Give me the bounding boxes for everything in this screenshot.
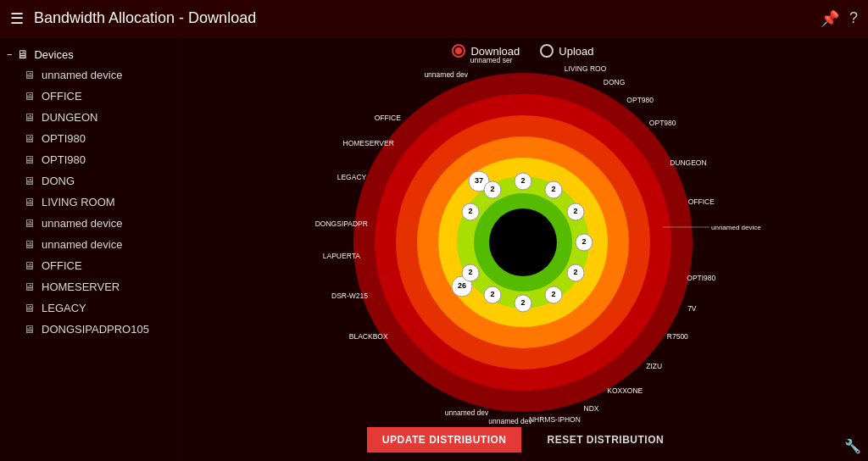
device-icon-5: 🖥 bbox=[24, 175, 35, 187]
svg-text:2: 2 bbox=[490, 185, 494, 193]
sidebar-item-label-3: OPTI980 bbox=[42, 132, 86, 145]
device-icon-10: 🖥 bbox=[24, 280, 35, 293]
sidebar-items: 🖥unnamed device🖥OFFICE🖥DUNGEON🖥OPTI980🖥O… bbox=[0, 64, 177, 340]
label-unnamed-bot1: unnamed dev bbox=[488, 417, 532, 425]
label-dong: DONG bbox=[604, 78, 626, 86]
sidebar-item-3[interactable]: 🖥OPTI980 bbox=[0, 128, 177, 149]
svg-text:2: 2 bbox=[551, 185, 555, 193]
device-icon-11: 🖥 bbox=[24, 302, 35, 314]
pin-icon[interactable]: 📌 bbox=[821, 9, 839, 28]
label-nhrms: NHRMS-IPHON bbox=[529, 415, 581, 424]
svg-text:2: 2 bbox=[468, 268, 472, 276]
label-lapuerta: LAPUERTA bbox=[323, 252, 360, 260]
main-content: Download Upload LIVING ROO bbox=[178, 37, 868, 461]
sidebar-item-5[interactable]: 🖥DONG bbox=[0, 170, 177, 192]
svg-text:2: 2 bbox=[573, 207, 577, 215]
label-unnamed-bot2: unnamed dev bbox=[445, 408, 489, 417]
sidebar-item-label-0: unnamed device bbox=[42, 69, 122, 81]
label-legacy: LEGACY bbox=[337, 173, 367, 181]
devices-folder-icon: 🖥 bbox=[17, 47, 29, 61]
svg-text:2: 2 bbox=[490, 290, 494, 298]
sidebar-item-label-12: DONGSIPADPRO105 bbox=[42, 323, 149, 336]
sidebar-item-label-6: LIVING ROOM bbox=[42, 196, 115, 208]
node-26-label: 26 bbox=[458, 281, 466, 290]
sidebar-item-11[interactable]: 🖥LEGACY bbox=[0, 297, 177, 319]
menu-icon[interactable]: ☰ bbox=[10, 9, 24, 28]
sidebar-item-label-1: OFFICE bbox=[42, 90, 82, 103]
sidebar-section-label: Devices bbox=[34, 48, 73, 61]
device-icon-12: 🖥 bbox=[24, 323, 35, 336]
svg-text:2: 2 bbox=[551, 290, 555, 298]
upload-radio-circle bbox=[540, 44, 554, 58]
sidebar-item-label-7: unnamed device bbox=[42, 217, 122, 230]
label-r7500: R7500 bbox=[667, 332, 688, 341]
chart-svg: LIVING ROO DONG OPT980 OPT980 DUNGEON OF… bbox=[303, 64, 743, 420]
wrench-icon[interactable]: 🔧 bbox=[844, 438, 861, 454]
svg-text:2: 2 bbox=[581, 237, 586, 246]
label-office-left: OFFICE bbox=[375, 114, 401, 122]
label-opti1: OPT980 bbox=[626, 96, 654, 104]
download-radio-label: Download bbox=[470, 45, 520, 58]
sidebar-item-9[interactable]: 🖥OFFICE bbox=[0, 255, 177, 276]
bandwidth-chart: LIVING ROO DONG OPT980 OPT980 DUNGEON OF… bbox=[185, 64, 861, 420]
sidebar-item-8[interactable]: 🖥unnamed device bbox=[0, 234, 177, 255]
collapse-icon: − bbox=[7, 49, 12, 59]
device-icon-9: 🖥 bbox=[24, 259, 35, 272]
main-layout: − 🖥 Devices 🖥unnamed device🖥OFFICE🖥DUNGE… bbox=[0, 37, 868, 461]
label-opti3: OPTI980 bbox=[687, 274, 715, 282]
device-icon-1: 🖥 bbox=[24, 90, 35, 103]
device-icon-6: 🖥 bbox=[24, 196, 35, 208]
sidebar-item-6[interactable]: 🖥LIVING ROOM bbox=[0, 192, 177, 213]
sidebar-item-0[interactable]: 🖥unnamed device bbox=[0, 64, 177, 86]
sidebar: − 🖥 Devices 🖥unnamed device🖥OFFICE🖥DUNGE… bbox=[0, 37, 178, 461]
sidebar-item-label-11: LEGACY bbox=[42, 302, 86, 314]
device-icon-3: 🖥 bbox=[24, 132, 35, 145]
download-radio-circle bbox=[452, 44, 465, 58]
device-icon-2: 🖥 bbox=[24, 111, 35, 124]
label-unnamed-ser: unnamed ser bbox=[470, 56, 513, 64]
label-ndx: NDX bbox=[584, 404, 599, 413]
sidebar-item-label-5: DONG bbox=[42, 175, 75, 187]
help-icon[interactable]: ? bbox=[849, 9, 858, 28]
svg-text:2: 2 bbox=[520, 176, 525, 185]
device-icon-4: 🖥 bbox=[24, 153, 35, 166]
label-dungeon: DUNGEON bbox=[670, 158, 706, 167]
sidebar-item-label-9: OFFICE bbox=[42, 259, 82, 272]
page-title: Bandwidth Allocation - Download bbox=[34, 9, 821, 27]
sidebar-item-4[interactable]: 🖥OPTI980 bbox=[0, 149, 177, 170]
upload-radio[interactable]: Upload bbox=[540, 44, 593, 58]
header-actions: 📌 ? bbox=[821, 9, 858, 28]
update-distribution-button[interactable]: UPDATE DISTRIBUTION bbox=[367, 427, 522, 453]
label-blackbox: BLACKBOX bbox=[349, 332, 388, 341]
sidebar-item-7[interactable]: 🖥unnamed device bbox=[0, 213, 177, 234]
sidebar-devices-section[interactable]: − 🖥 Devices bbox=[0, 44, 177, 64]
label-7v: 7V bbox=[687, 304, 697, 313]
label-dongsipad: DONGSIPADPR bbox=[315, 219, 368, 228]
upload-radio-label: Upload bbox=[559, 45, 593, 58]
sidebar-item-12[interactable]: 🖥DONGSIPADPRO105 bbox=[0, 319, 177, 340]
label-unnamed-right: unnamed device bbox=[711, 224, 761, 231]
app-header: ☰ Bandwidth Allocation - Download 📌 ? bbox=[0, 0, 868, 37]
label-homeserver: HOMESERVER bbox=[343, 139, 394, 147]
reset-distribution-button[interactable]: RESET DISTRIBUTION bbox=[531, 427, 679, 453]
label-living-room: LIVING ROO bbox=[565, 64, 607, 73]
sidebar-item-label-10: HOMESERVER bbox=[42, 280, 120, 293]
action-bar: UPDATE DISTRIBUTION RESET DISTRIBUTION bbox=[360, 420, 686, 459]
label-office-right: OFFICE bbox=[688, 197, 715, 206]
svg-text:2: 2 bbox=[573, 268, 577, 276]
label-zizu: ZIZU bbox=[646, 362, 662, 370]
sidebar-item-label-2: DUNGEON bbox=[42, 111, 97, 124]
label-unnamed-top1: unnamed dev bbox=[424, 70, 468, 79]
label-opti2: OPT980 bbox=[649, 119, 676, 127]
sidebar-item-10[interactable]: 🖥HOMESERVER bbox=[0, 276, 177, 297]
ring-center bbox=[489, 208, 557, 276]
sidebar-item-2[interactable]: 🖥DUNGEON bbox=[0, 107, 177, 128]
sidebar-item-label-4: OPTI980 bbox=[42, 153, 86, 166]
label-koxxone: KOXXONE bbox=[607, 386, 643, 395]
label-dsrw215: DSR-W215 bbox=[331, 292, 368, 300]
sidebar-item-1[interactable]: 🖥OFFICE bbox=[0, 86, 177, 107]
sidebar-item-label-8: unnamed device bbox=[42, 238, 122, 251]
device-icon-8: 🖥 bbox=[24, 238, 35, 251]
node-37-label: 37 bbox=[475, 176, 483, 185]
device-icon-7: 🖥 bbox=[24, 217, 35, 230]
